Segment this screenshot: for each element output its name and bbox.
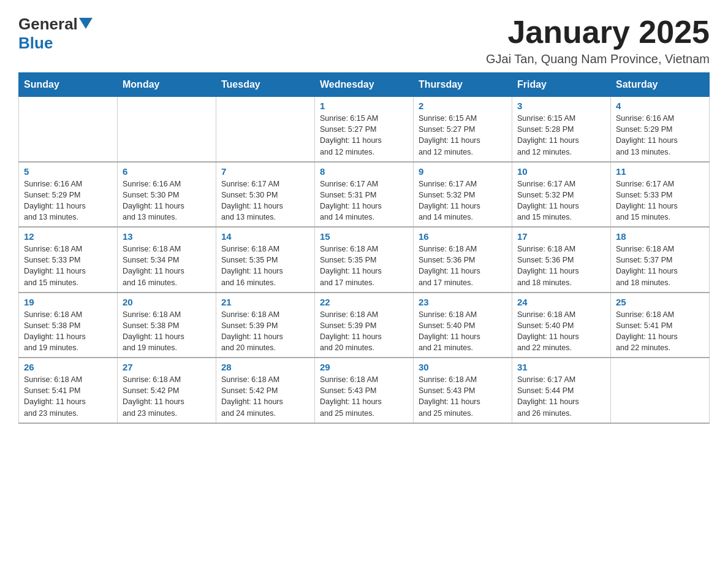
day-info: Sunrise: 6:17 AM Sunset: 5:30 PM Dayligh… — [221, 178, 309, 223]
calendar-cell: 17Sunrise: 6:18 AM Sunset: 5:36 PM Dayli… — [512, 227, 611, 293]
day-info: Sunrise: 6:18 AM Sunset: 5:40 PM Dayligh… — [419, 309, 507, 354]
calendar-cell: 11Sunrise: 6:17 AM Sunset: 5:33 PM Dayli… — [611, 162, 710, 228]
day-info: Sunrise: 6:17 AM Sunset: 5:44 PM Dayligh… — [517, 374, 605, 419]
day-info: Sunrise: 6:16 AM Sunset: 5:29 PM Dayligh… — [24, 178, 112, 223]
day-info: Sunrise: 6:18 AM Sunset: 5:33 PM Dayligh… — [24, 243, 112, 288]
day-number: 17 — [517, 231, 605, 242]
day-number: 14 — [221, 231, 309, 242]
calendar-table: SundayMondayTuesdayWednesdayThursdayFrid… — [18, 72, 710, 424]
calendar-cell: 23Sunrise: 6:18 AM Sunset: 5:40 PM Dayli… — [414, 293, 512, 358]
calendar-cell: 18Sunrise: 6:18 AM Sunset: 5:37 PM Dayli… — [611, 227, 710, 293]
day-info: Sunrise: 6:18 AM Sunset: 5:41 PM Dayligh… — [616, 309, 704, 354]
calendar-cell — [19, 97, 118, 162]
logo: General Blue — [18, 15, 93, 53]
week-row: 5Sunrise: 6:16 AM Sunset: 5:29 PM Daylig… — [19, 162, 710, 228]
calendar-cell: 15Sunrise: 6:18 AM Sunset: 5:35 PM Dayli… — [315, 227, 414, 293]
day-number: 31 — [517, 362, 605, 372]
title-area: January 2025 GJai Tan, Quang Nam Provinc… — [486, 15, 710, 66]
header-day-friday: Friday — [512, 73, 611, 97]
logo-triangle-icon — [79, 18, 93, 31]
week-row: 19Sunrise: 6:18 AM Sunset: 5:38 PM Dayli… — [19, 293, 710, 358]
calendar-cell: 28Sunrise: 6:18 AM Sunset: 5:42 PM Dayli… — [216, 358, 315, 423]
day-number: 20 — [123, 297, 211, 307]
calendar-header: SundayMondayTuesdayWednesdayThursdayFrid… — [19, 73, 710, 97]
day-info: Sunrise: 6:18 AM Sunset: 5:35 PM Dayligh… — [320, 243, 408, 288]
day-number: 2 — [419, 101, 507, 111]
header-day-monday: Monday — [118, 73, 216, 97]
day-info: Sunrise: 6:18 AM Sunset: 5:35 PM Dayligh… — [221, 243, 309, 288]
day-info: Sunrise: 6:18 AM Sunset: 5:42 PM Dayligh… — [221, 374, 309, 419]
day-info: Sunrise: 6:18 AM Sunset: 5:42 PM Dayligh… — [123, 374, 211, 419]
calendar-cell — [118, 97, 216, 162]
calendar-cell — [611, 358, 710, 423]
day-number: 10 — [517, 166, 605, 177]
calendar-cell: 9Sunrise: 6:17 AM Sunset: 5:32 PM Daylig… — [414, 162, 512, 228]
day-number: 15 — [320, 231, 408, 242]
day-number: 29 — [320, 362, 408, 372]
day-number: 8 — [320, 166, 408, 177]
day-info: Sunrise: 6:17 AM Sunset: 5:32 PM Dayligh… — [517, 178, 605, 223]
calendar-title: January 2025 — [486, 15, 710, 50]
calendar-cell: 27Sunrise: 6:18 AM Sunset: 5:42 PM Dayli… — [118, 358, 216, 423]
calendar-cell: 16Sunrise: 6:18 AM Sunset: 5:36 PM Dayli… — [414, 227, 512, 293]
day-number: 1 — [320, 101, 408, 111]
day-number: 18 — [616, 231, 704, 242]
day-info: Sunrise: 6:18 AM Sunset: 5:38 PM Dayligh… — [24, 309, 112, 354]
calendar-cell: 21Sunrise: 6:18 AM Sunset: 5:39 PM Dayli… — [216, 293, 315, 358]
header-row: SundayMondayTuesdayWednesdayThursdayFrid… — [19, 73, 710, 97]
calendar-cell — [216, 97, 315, 162]
day-number: 30 — [419, 362, 507, 372]
calendar-cell: 24Sunrise: 6:18 AM Sunset: 5:40 PM Dayli… — [512, 293, 611, 358]
calendar-cell: 2Sunrise: 6:15 AM Sunset: 5:27 PM Daylig… — [414, 97, 512, 162]
day-number: 7 — [221, 166, 309, 177]
day-number: 23 — [419, 297, 507, 307]
day-number: 11 — [616, 166, 704, 177]
day-info: Sunrise: 6:18 AM Sunset: 5:34 PM Dayligh… — [123, 243, 211, 288]
header: General Blue January 2025 GJai Tan, Quan… — [18, 15, 710, 66]
day-number: 26 — [24, 362, 112, 372]
day-number: 16 — [419, 231, 507, 242]
calendar-body: 1Sunrise: 6:15 AM Sunset: 5:27 PM Daylig… — [19, 97, 710, 423]
week-row: 1Sunrise: 6:15 AM Sunset: 5:27 PM Daylig… — [19, 97, 710, 162]
day-number: 22 — [320, 297, 408, 307]
day-info: Sunrise: 6:18 AM Sunset: 5:36 PM Dayligh… — [419, 243, 507, 288]
calendar-cell: 6Sunrise: 6:16 AM Sunset: 5:30 PM Daylig… — [118, 162, 216, 228]
day-info: Sunrise: 6:18 AM Sunset: 5:41 PM Dayligh… — [24, 374, 112, 419]
calendar-cell: 13Sunrise: 6:18 AM Sunset: 5:34 PM Dayli… — [118, 227, 216, 293]
day-number: 27 — [123, 362, 211, 372]
day-info: Sunrise: 6:18 AM Sunset: 5:39 PM Dayligh… — [221, 309, 309, 354]
calendar-cell: 25Sunrise: 6:18 AM Sunset: 5:41 PM Dayli… — [611, 293, 710, 358]
day-info: Sunrise: 6:18 AM Sunset: 5:40 PM Dayligh… — [517, 309, 605, 354]
day-info: Sunrise: 6:16 AM Sunset: 5:30 PM Dayligh… — [123, 178, 211, 223]
day-number: 21 — [221, 297, 309, 307]
day-number: 19 — [24, 297, 112, 307]
week-row: 12Sunrise: 6:18 AM Sunset: 5:33 PM Dayli… — [19, 227, 710, 293]
logo-name1: General — [18, 15, 78, 34]
day-number: 24 — [517, 297, 605, 307]
calendar-cell: 20Sunrise: 6:18 AM Sunset: 5:38 PM Dayli… — [118, 293, 216, 358]
calendar-cell: 10Sunrise: 6:17 AM Sunset: 5:32 PM Dayli… — [512, 162, 611, 228]
header-day-wednesday: Wednesday — [315, 73, 414, 97]
calendar-cell: 4Sunrise: 6:16 AM Sunset: 5:29 PM Daylig… — [611, 97, 710, 162]
day-info: Sunrise: 6:15 AM Sunset: 5:27 PM Dayligh… — [419, 113, 507, 158]
calendar-cell: 12Sunrise: 6:18 AM Sunset: 5:33 PM Dayli… — [19, 227, 118, 293]
calendar-cell: 30Sunrise: 6:18 AM Sunset: 5:43 PM Dayli… — [414, 358, 512, 423]
day-number: 5 — [24, 166, 112, 177]
calendar-cell: 8Sunrise: 6:17 AM Sunset: 5:31 PM Daylig… — [315, 162, 414, 228]
logo-name2: Blue — [18, 34, 53, 52]
day-number: 3 — [517, 101, 605, 111]
calendar-cell: 22Sunrise: 6:18 AM Sunset: 5:39 PM Dayli… — [315, 293, 414, 358]
location-title: GJai Tan, Quang Nam Province, Vietnam — [486, 52, 710, 66]
header-day-saturday: Saturday — [611, 73, 710, 97]
week-row: 26Sunrise: 6:18 AM Sunset: 5:41 PM Dayli… — [19, 358, 710, 423]
calendar-cell: 1Sunrise: 6:15 AM Sunset: 5:27 PM Daylig… — [315, 97, 414, 162]
day-info: Sunrise: 6:16 AM Sunset: 5:29 PM Dayligh… — [616, 113, 704, 158]
calendar-cell: 3Sunrise: 6:15 AM Sunset: 5:28 PM Daylig… — [512, 97, 611, 162]
header-day-sunday: Sunday — [19, 73, 118, 97]
day-info: Sunrise: 6:18 AM Sunset: 5:37 PM Dayligh… — [616, 243, 704, 288]
day-number: 6 — [123, 166, 211, 177]
day-number: 25 — [616, 297, 704, 307]
header-day-thursday: Thursday — [414, 73, 512, 97]
day-info: Sunrise: 6:17 AM Sunset: 5:33 PM Dayligh… — [616, 178, 704, 223]
day-info: Sunrise: 6:18 AM Sunset: 5:36 PM Dayligh… — [517, 243, 605, 288]
